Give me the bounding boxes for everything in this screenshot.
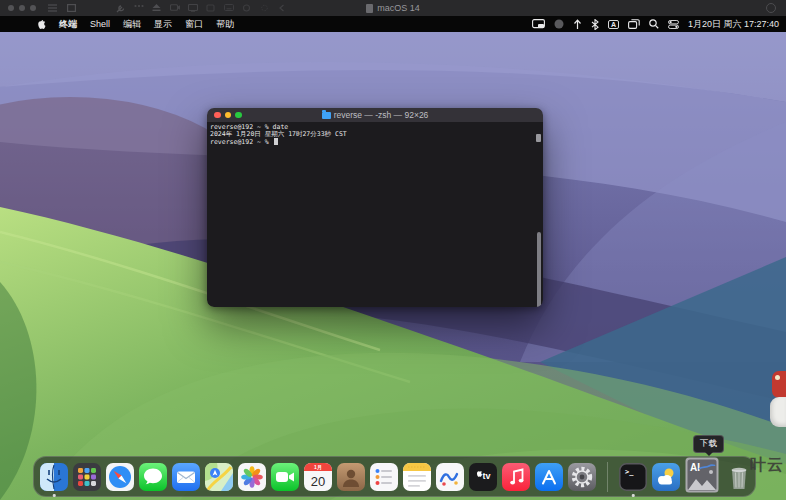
dock-maps-icon[interactable] (205, 463, 233, 491)
close-icon[interactable] (214, 112, 221, 119)
screen: macOS 14 终端 Shell 编辑 显示 窗口 帮助 (0, 0, 786, 500)
terminal-cursor (274, 138, 278, 145)
dock-system-settings-icon[interactable] (568, 463, 596, 491)
terminal-window[interactable]: reverse — -zsh — 92×26 reverse@192 ~ % d… (207, 108, 543, 307)
dock-contacts-icon[interactable] (337, 463, 365, 491)
vm-traffic-lights[interactable] (8, 5, 36, 11)
dock-messages-icon[interactable] (139, 463, 167, 491)
dock-music-icon[interactable] (502, 463, 530, 491)
dock-app-store-icon[interactable] (535, 463, 563, 491)
minimize-icon[interactable] (225, 112, 232, 119)
scrollbar-thumb[interactable] (537, 232, 541, 307)
vm-usb-icon[interactable] (206, 4, 215, 12)
dock-mail-icon[interactable] (172, 463, 200, 491)
windows-stack-icon[interactable] (628, 16, 640, 32)
vm-camera-icon[interactable] (170, 4, 179, 12)
watermark-text: 叶云 (750, 455, 784, 476)
dock-launchpad-icon[interactable] (73, 463, 101, 491)
vm-fullscreen-icon[interactable] (67, 4, 76, 12)
dock-facetime-icon[interactable] (271, 463, 299, 491)
running-indicator (53, 494, 56, 497)
dock-downloads-stack-icon[interactable]: AI (685, 457, 719, 493)
terminal-content[interactable]: reverse@192 ~ % date 2024年 1月20日 星期六 17时… (207, 122, 543, 307)
menu-window[interactable]: 窗口 (185, 18, 203, 31)
menu-edit[interactable]: 编辑 (123, 18, 141, 31)
macos-menubar: 终端 Shell 编辑 显示 窗口 帮助 A (0, 16, 786, 32)
screen-mirroring-icon[interactable] (532, 16, 545, 32)
calendar-month-label: 1月 (314, 464, 322, 471)
dock-safari-icon[interactable] (106, 463, 134, 491)
vm-settings-icon[interactable] (260, 4, 269, 12)
dock-notes-icon[interactable] (403, 463, 431, 491)
input-source-icon[interactable]: A (608, 20, 619, 29)
vm-window-toolbar: macOS 14 (0, 0, 786, 16)
downloads-tooltip: 下载 (693, 435, 724, 453)
scrollbar-mark[interactable] (536, 134, 541, 142)
vm-display-icon[interactable] (188, 4, 197, 12)
arrow-up-icon[interactable] (573, 16, 582, 32)
dock-tv-icon[interactable]: tv (469, 463, 497, 491)
vm-close-icon[interactable] (8, 5, 14, 11)
dock-finder-icon[interactable] (40, 463, 68, 491)
edge-widget-icon[interactable] (770, 397, 786, 427)
dock: 1月20 tv >_ (33, 456, 756, 497)
terminal-titlebar[interactable]: reverse — -zsh — 92×26 (207, 108, 543, 122)
vm-document-icon (366, 4, 373, 13)
edge-widget-icon[interactable] (772, 371, 786, 398)
vm-sidebar-icon[interactable] (48, 4, 57, 12)
search-icon[interactable] (649, 16, 659, 32)
dock-terminal-icon[interactable]: >_ (619, 463, 647, 491)
dock-calendar-icon[interactable]: 1月20 (304, 463, 332, 491)
vm-snapshot-icon[interactable] (242, 4, 251, 12)
downloads-thumbnail-label: AI (690, 462, 700, 473)
control-center-icon[interactable] (668, 16, 679, 32)
menu-view[interactable]: 显示 (154, 18, 172, 31)
menu-shell[interactable]: Shell (90, 19, 110, 29)
vm-more-icon[interactable] (134, 4, 143, 12)
siri-icon[interactable] (554, 16, 564, 32)
vm-keyboard-icon[interactable] (224, 4, 233, 12)
menu-help[interactable]: 帮助 (216, 18, 234, 31)
terminal-prompt: reverse@192 ~ % (210, 138, 535, 146)
zoom-icon[interactable] (235, 112, 242, 119)
vm-back-icon[interactable] (278, 4, 287, 12)
vm-eject-icon[interactable] (152, 4, 161, 12)
terminal-title: reverse — -zsh — 92×26 (207, 110, 543, 120)
dock-reminders-icon[interactable] (370, 463, 398, 491)
bluetooth-icon[interactable] (591, 16, 599, 32)
apple-menu-icon[interactable] (36, 16, 46, 32)
menu-terminal[interactable]: 终端 (59, 18, 77, 31)
dock-divider (607, 462, 608, 492)
menubar-clock[interactable]: 1月20日 周六 17:27:40 (688, 18, 779, 31)
calendar-day-label: 20 (311, 473, 325, 488)
running-indicator (632, 494, 635, 497)
vm-zoom-icon[interactable] (30, 5, 36, 11)
dock-freeform-icon[interactable] (436, 463, 464, 491)
svg-text:>_: >_ (625, 468, 634, 476)
dock-photos-icon[interactable] (238, 463, 266, 491)
vm-tools-icon[interactable] (116, 4, 125, 12)
vm-minimize-icon[interactable] (19, 5, 25, 11)
tv-label: tv (482, 470, 490, 480)
folder-icon (322, 112, 331, 119)
vm-refresh-icon[interactable] (766, 3, 776, 13)
dock-weather-icon[interactable] (652, 463, 680, 491)
